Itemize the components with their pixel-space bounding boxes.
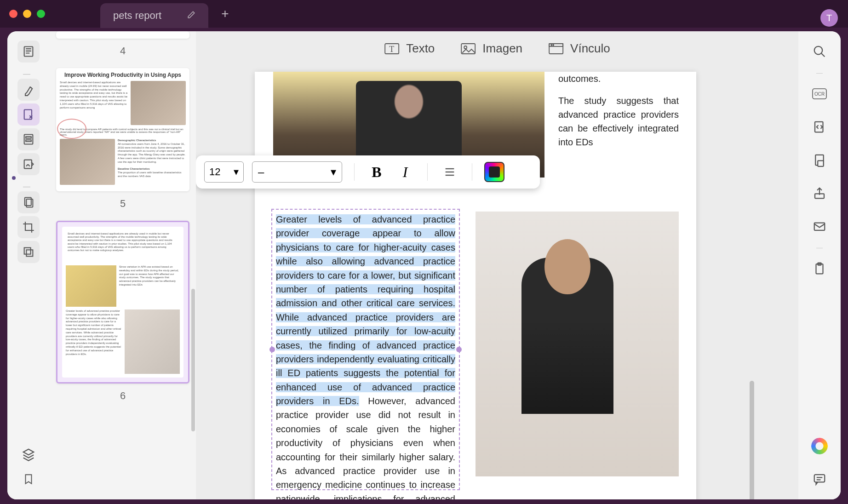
font-family-select[interactable]: – ▾ — [252, 161, 342, 183]
highlight-tool-button[interactable] — [17, 79, 40, 101]
text-color-button[interactable] — [484, 162, 504, 182]
crop-tool-button[interactable] — [17, 216, 40, 238]
paragraph-rest[interactable]: However, advanced practice provider use … — [276, 396, 455, 499]
resize-handle-left[interactable] — [269, 347, 275, 352]
layers-button[interactable] — [17, 241, 40, 263]
separator — [472, 163, 472, 181]
insert-toolbar: T Texto Imagen Vínculo — [384, 31, 610, 66]
comment-button[interactable] — [808, 468, 831, 490]
thumbnail-title: Improve Working Productivity in Using Ap… — [60, 72, 186, 78]
titlebar: pets report + T — [0, 0, 848, 28]
svg-point-20 — [553, 45, 554, 46]
form-tool-button[interactable] — [17, 128, 40, 150]
search-button[interactable] — [808, 40, 831, 63]
svg-text:T: T — [389, 45, 394, 54]
document-canvas: T Texto Imagen Vínculo outcomes. — [196, 31, 798, 499]
workspace: 4 Improve Working Productivity in Using … — [7, 31, 841, 499]
updf-logo-icon — [811, 438, 828, 454]
thumbnail-image — [66, 265, 116, 307]
thumbnail-page-5[interactable]: Improve Working Productivity in Using Ap… — [56, 68, 189, 191]
svg-rect-12 — [26, 250, 33, 256]
svg-point-24 — [814, 46, 823, 55]
close-window-button[interactable] — [9, 10, 17, 18]
font-size-value: 12 — [209, 166, 220, 178]
insert-link-button[interactable]: Vínculo — [548, 41, 610, 56]
svg-rect-31 — [814, 223, 825, 230]
bold-button[interactable]: B — [367, 162, 387, 182]
svg-rect-7 — [26, 140, 31, 142]
thumbnail-image — [60, 139, 115, 185]
convert-button[interactable] — [808, 116, 831, 138]
minimize-window-button[interactable] — [23, 10, 31, 18]
edit-text-tool-button[interactable] — [17, 103, 40, 126]
thumbnail-body-text: The study did tend to compare AR patient… — [60, 128, 186, 136]
thumbnail-scrollbar[interactable] — [191, 289, 195, 431]
thumbnail-body-text: Since variation in APA use existed based… — [119, 265, 180, 307]
sign-tool-button[interactable] — [17, 153, 40, 175]
svg-rect-8 — [24, 160, 32, 169]
mail-button[interactable] — [808, 215, 831, 237]
layers-stack-button[interactable] — [17, 443, 40, 465]
updf-logo-button[interactable] — [808, 435, 831, 457]
ocr-label: OCR — [814, 92, 825, 97]
separator: — — [816, 69, 823, 76]
bookmark-button[interactable] — [17, 468, 40, 490]
paragraph[interactable]: outcomes. — [558, 72, 679, 86]
right-tool-rail: — OCR — — [798, 31, 841, 499]
thumbnail-body-text: Greater levels of advanced practice prov… — [66, 309, 122, 374]
export-button[interactable] — [808, 149, 831, 171]
align-button[interactable] — [440, 162, 460, 182]
editable-text-content[interactable]: Greater levels of advanced practice prov… — [272, 210, 459, 499]
thumbnail-body-text: Small devices and internet-based applica… — [66, 230, 180, 263]
paragraph[interactable]: The study suggests that advanced practic… — [558, 94, 679, 149]
tab-rename-icon[interactable] — [187, 11, 195, 21]
thumbnail-panel: 4 Improve Working Productivity in Using … — [50, 31, 196, 499]
highlighted-selection[interactable]: Greater levels of advanced practice prov… — [276, 214, 455, 406]
thumbnail-image — [125, 309, 180, 374]
svg-rect-6 — [26, 137, 31, 138]
ocr-button[interactable]: OCR — [808, 83, 831, 105]
svg-point-19 — [551, 45, 552, 46]
insert-link-label: Vínculo — [570, 41, 610, 56]
thumbnail-subheading: Demographic CharacteristicsAll consecuti… — [118, 139, 186, 185]
maximize-window-button[interactable] — [37, 10, 45, 18]
resize-handle-right[interactable] — [456, 347, 462, 352]
svg-rect-5 — [24, 135, 33, 144]
separator — [23, 183, 34, 184]
svg-line-25 — [821, 53, 825, 57]
thumbnail-image — [131, 81, 186, 125]
svg-rect-34 — [814, 475, 825, 482]
italic-button[interactable]: I — [395, 162, 415, 182]
share-button[interactable] — [808, 182, 831, 204]
document-tab[interactable]: pets report — [100, 3, 208, 28]
thumbnail-body-text: Small devices and internet-based applica… — [60, 81, 128, 125]
insert-text-button[interactable]: T Texto — [384, 41, 435, 56]
insert-image-label: Imagen — [482, 41, 522, 56]
clipboard-button[interactable] — [808, 258, 831, 280]
active-indicator-dot — [12, 176, 16, 180]
new-tab-button[interactable]: + — [221, 6, 229, 21]
text-format-bar: 12 ▾ – ▾ B I — [196, 155, 540, 189]
chevron-down-icon: ▾ — [331, 166, 336, 178]
svg-rect-11 — [24, 248, 31, 254]
avatar[interactable]: T — [820, 9, 838, 27]
document-text-column: outcomes. The study suggests that advanc… — [558, 72, 679, 157]
svg-point-16 — [464, 46, 467, 49]
document-scrollbar[interactable] — [750, 381, 754, 499]
image-icon — [460, 42, 476, 56]
document-image-right[interactable] — [476, 212, 679, 476]
thumbnail-page-6-selected[interactable]: Small devices and internet-based applica… — [56, 221, 189, 384]
thumbnail-page-4-partial[interactable] — [56, 31, 189, 39]
thumbnail-panel-button[interactable] — [17, 40, 40, 63]
font-family-value: – — [258, 166, 264, 178]
page-manage-button[interactable] — [17, 191, 40, 213]
document-page[interactable]: outcomes. The study suggests that advanc… — [255, 72, 696, 499]
selected-text-box[interactable]: Greater levels of advanced practice prov… — [271, 209, 460, 490]
separator — [354, 163, 355, 181]
separator — [23, 70, 34, 71]
svg-rect-29 — [818, 160, 824, 166]
font-size-select[interactable]: 12 ▾ — [204, 161, 244, 183]
insert-image-button[interactable]: Imagen — [460, 41, 522, 56]
link-icon — [548, 42, 564, 56]
separator: — — [816, 244, 823, 251]
